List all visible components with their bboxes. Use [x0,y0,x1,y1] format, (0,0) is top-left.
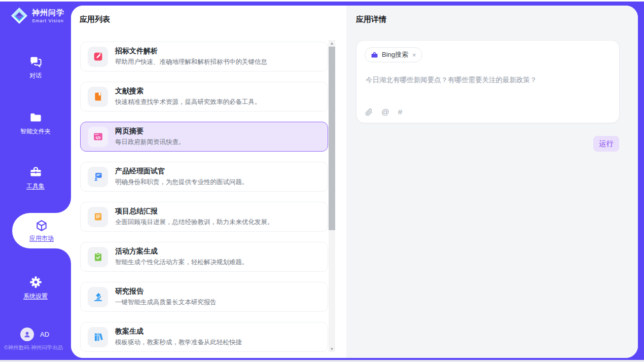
app-card-list: 招标文件解析帮助用户快速、准确地理解和解析招标书中的关键信息文献搜索快速精准查找… [80,42,328,358]
app-list-panel: 应用列表 招标文件解析帮助用户快速、准确地理解和解析招标书中的关键信息文献搜索快… [71,6,346,358]
sidebar-item-smart-folder[interactable]: 智能文件夹 [0,111,71,136]
scroll-down-icon[interactable]: ▼ [329,346,335,352]
app-card-desc: 模板驱动，教案秒成，教学准备从此轻松快捷 [115,338,242,347]
scrollbar-thumb[interactable] [329,47,335,230]
folder-icon [29,111,43,124]
app-card-desc: 每日政府新闻资讯快查。 [115,138,185,147]
app-card-title: 研究报告 [115,287,217,296]
scroll-up-icon[interactable]: ▲ [329,40,335,46]
app-card-desc: 明确身份和职责，为您提供专业性的面试问题。 [115,178,248,187]
sidebar-item-label: 对话 [29,71,42,80]
edit-icon [88,47,108,67]
prompt-text[interactable]: 今日湖北有哪些新闻要点？有哪些需要关注的最新政策？ [366,76,610,85]
note-icon [88,207,108,227]
app-card[interactable]: 活动方案生成智能生成个性化活动方案，轻松解决规划难题。 [80,242,328,272]
sidebar-item-label: 系统设置 [23,292,48,301]
run-button[interactable]: 运行 [593,136,619,152]
at-icon[interactable]: @ [381,107,389,117]
sidebar-item-label: 应用市场 [29,234,54,243]
app-card[interactable]: 网页摘要每日政府新闻资讯快查。 [80,122,328,152]
app-card[interactable]: 招标文件解析帮助用户快速、准确地理解和解析招标书中的关键信息 [80,42,328,71]
page-bottom-edge [0,360,644,362]
app-list-title: 应用列表 [80,15,110,24]
app-detail-title: 应用详情 [356,15,386,24]
books-icon [88,327,108,347]
app-card-desc: 快速精准查找学术资源，提高研究效率的必备工具。 [115,98,261,106]
clipboard-check-icon [88,247,108,267]
sidebar-item-settings[interactable]: 系统设置 [0,275,71,301]
gem-diamond-icon [10,7,28,25]
prompt-card[interactable]: Bing搜索 × 今日湖北有哪些新闻要点？有哪些需要关注的最新政策？ @ # [356,40,620,123]
book-icon [88,87,108,107]
sidebar-item-toolset[interactable]: 工具集 [0,165,71,191]
person-icon [23,330,31,339]
interview-icon [88,167,108,187]
microscope-icon [88,287,108,307]
brand-name: 神州问学 [32,8,64,18]
content-area: 应用列表 招标文件解析帮助用户快速、准确地理解和解析招标书中的关键信息文献搜索快… [71,6,638,358]
app-card-title: 招标文件解析 [115,47,267,56]
app-card-title: 文献搜索 [115,87,261,96]
scrollbar[interactable]: ▲ ▼ [329,40,335,352]
sidebar-item-label: 工具集 [26,182,45,191]
user-row[interactable]: AD [20,328,49,341]
app-card[interactable]: 产品经理面试官明确身份和职责，为您提供专业性的面试问题。 [80,162,328,192]
app-card[interactable]: 文献搜索快速精准查找学术资源，提高研究效率的必备工具。 [80,82,328,112]
copyright-footer: ©神州数码·神州问学出品 [4,344,63,351]
app-card-title: 活动方案生成 [115,247,248,256]
close-icon[interactable]: × [412,52,416,58]
app-card-title: 网页摘要 [115,127,185,136]
briefcase-icon [371,51,378,59]
app-card-desc: 一键智能生成高质量长文本研究报告 [115,298,217,307]
app-card-desc: 全面回顾项目进展，总结经验教训，助力未来优化发展。 [115,218,274,227]
browser-code-icon [88,127,108,147]
toolbox-icon [29,165,43,179]
avatar [20,328,34,341]
sidebar: 神州问学 Smart Vision 对话 智能文件夹 工具集 [0,0,71,362]
app-detail-panel: 应用详情 Bing搜索 × 今日湖北有哪些新闻要点？有哪些需要关注的最新政策？ … [346,6,638,358]
user-initials: AD [40,331,49,338]
app-card[interactable]: 研究报告一键智能生成高质量长文本研究报告 [80,282,328,312]
tool-tag-label: Bing搜索 [382,50,408,59]
sidebar-item-chat[interactable]: 对话 [0,55,71,80]
app-card[interactable]: 教案生成模板驱动，教案秒成，教学准备从此轻松快捷 [80,322,328,352]
app-card[interactable]: 项目总结汇报全面回顾项目进展，总结经验教训，助力未来优化发展。 [80,202,328,232]
chat-icon [29,55,43,68]
app-card-title: 项目总结汇报 [115,207,274,216]
app-card-desc: 智能生成个性化活动方案，轻松解决规划难题。 [115,258,248,267]
paperclip-icon[interactable] [365,108,373,116]
hash-icon[interactable]: # [398,107,403,117]
tool-tag-bing-search[interactable]: Bing搜索 × [365,47,422,62]
sidebar-item-app-market[interactable]: 应用市场 [12,213,71,248]
sidebar-item-label: 智能文件夹 [20,127,51,136]
app-card-desc: 帮助用户快速、准确地理解和解析招标书中的关键信息 [115,58,267,66]
app-card-title: 产品经理面试官 [115,167,248,176]
cube-icon [35,219,48,232]
brand-tagline: Smart Vision [32,18,64,23]
app-card-title: 教案生成 [115,327,242,336]
gear-icon [29,275,43,289]
input-toolbar: @ # [365,107,402,117]
brand: 神州问学 Smart Vision [10,7,64,25]
